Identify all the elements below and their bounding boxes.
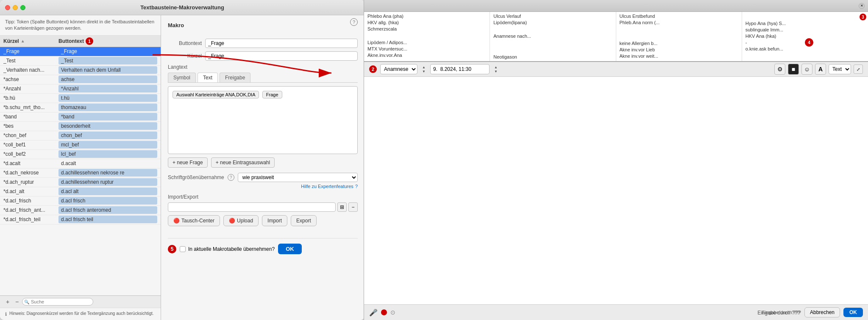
schriftgroesse-help-button[interactable]: ? [228,174,234,181]
patient-cell[interactable]: keine Allergien b... [620,41,738,46]
patient-cell[interactable]: Akne inv.vor Lieb [620,47,738,52]
patient-cell[interactable] [746,14,865,20]
patient-cell[interactable]: Neotigason [493,54,612,59]
export-button[interactable]: Export [291,215,317,226]
settings-icon-btn[interactable]: ⚙ [774,64,785,75]
import-export-row: ⊞ − [168,202,358,212]
tab-text[interactable]: Text [198,73,218,82]
tausch-center-button[interactable]: 🔴 Tausch-Center [168,215,220,226]
patient-cell[interactable]: o.knie.ask befun... [746,46,865,51]
patient-cell[interactable] [493,26,612,32]
stepper-down[interactable]: ▼ [421,69,427,73]
buttontext-input[interactable] [205,39,358,48]
font-icon-btn[interactable]: A [815,64,826,75]
table-row[interactable]: *d.ach_nekrose d.achillessehnen nekrose … [0,168,161,178]
eingabe-text: Eingabe durch ??? [757,310,800,316]
add-row-button[interactable]: + [3,298,12,306]
color-icon-btn[interactable]: ■ [788,64,799,75]
neue-eintragsauswahl-button[interactable]: + neue Eintragsauswahl [211,157,275,168]
chip-frage[interactable]: Frage [262,91,282,98]
badge-1: 1 [86,37,93,45]
help-button[interactable]: ? [350,18,358,26]
expand-button[interactable]: ⤢ [854,65,863,74]
table-row[interactable]: *band *band [0,112,161,122]
checkbox-makrotabelle[interactable] [180,246,186,252]
action-buttons-row: 🔴 Tausch-Center 🔴 Upload Import Export [168,215,358,226]
table-row[interactable]: *coll_bef1 mcl_bef [0,140,161,150]
text-mode-select[interactable]: Text [829,64,851,74]
emoji-icon-btn[interactable]: ☺ [801,64,812,75]
table-row[interactable]: *d.ach_ruptur d.achillessehnen ruptur [0,178,161,187]
overlay-editor[interactable] [364,77,868,304]
patient-cell[interactable]: HKV allg. (hka) [367,20,486,25]
table-row[interactable]: *bes besonderheit [0,122,161,131]
import-export-icon-btn-2[interactable]: − [348,202,358,212]
date-stepper-down[interactable]: ▼ [493,69,499,73]
close-button[interactable] [5,5,10,10]
overlay-close-button[interactable]: ✕ [859,3,865,9]
overlay-ok-button[interactable]: OK [843,308,863,317]
table-row[interactable]: *d.acl_frisch d.acl frisch [0,196,161,206]
patient-cell[interactable]: Akne.inv.vor.Ana [367,53,486,58]
abbrechen-button[interactable]: Abbrechen [804,307,840,317]
table-row[interactable]: _Frage _Frage [0,47,161,56]
remove-row-button[interactable]: − [13,298,21,306]
chip-anamnese[interactable]: Auswahl Karteieinträge ANA,DOK,DIA [172,91,259,98]
buttontext-label: Buttontext [168,40,202,46]
stepper-up[interactable]: ▲ [421,65,427,69]
minimize-button[interactable] [13,5,18,10]
hilfe-link[interactable]: Hilfe zu Expertenfeatures ? [168,184,358,189]
table-row[interactable]: _Verhalten nach... Verhalten nach dem Un… [0,66,161,75]
neue-frage-button[interactable]: + neue Frage [168,157,208,168]
date-input[interactable] [430,64,490,74]
patient-cell[interactable]: Ulcus Erstbefund [620,14,738,19]
patient-cell[interactable]: Lipödem(lipana) [493,20,612,25]
search-input[interactable] [22,298,93,306]
patient-cell[interactable] [493,47,612,53]
category-select[interactable]: Anamnese [380,64,417,74]
patient-cell[interactable] [746,53,865,59]
kurzel-input[interactable] [205,51,358,61]
patient-cell[interactable]: MTX Voruntersuc... [367,46,486,51]
patient-cell[interactable] [620,34,738,39]
checkbox-label: In aktuelle Makrotabelle übernehmen? [188,246,275,252]
table-row[interactable]: *b.hü t.hü [0,94,161,103]
table-row[interactable]: *d.acl_frisch_ant... d.acl frisch antero… [0,206,161,215]
record-button[interactable] [381,309,387,315]
patient-cell[interactable]: Schmerzscala [367,26,486,31]
table-row[interactable]: *chon_bef chon_bef [0,131,161,140]
table-row[interactable]: *coll_bef2 lcl_bef [0,150,161,159]
patient-cell[interactable]: Ulcus Verlauf [493,14,612,19]
kurzel-row: Kürzel [168,51,358,61]
table-row[interactable]: *d.acl_frisch_teil d.acl frisch teil [0,215,161,225]
patient-cell[interactable] [493,40,612,46]
tab-symbol[interactable]: Symbol [168,73,196,82]
patient-cell[interactable]: Lipödem / Adipos... [367,40,486,45]
patient-cell[interactable]: Phleb.Ana norm (... [620,20,738,25]
ok-button[interactable]: OK [278,244,302,254]
patient-cell[interactable]: Anamnese nach... [493,34,612,39]
patient-col-4: 3 Hypo Ana (hya) S... sublinguale Imm...… [742,12,868,61]
date-stepper-up[interactable]: ▲ [493,65,499,69]
import-export-icon-btn-1[interactable]: ⊞ [337,202,347,212]
patient-cell[interactable]: Akne inv.vor weit... [620,53,738,59]
import-export-input[interactable] [168,202,336,212]
table-row[interactable]: *d.acalt d.acalt [0,159,161,168]
schriftgroesse-select[interactable]: wie praxisweit [238,173,358,182]
table-row[interactable]: *b.schu_mrt_tho... thomazeau [0,103,161,112]
maximize-button[interactable] [20,5,25,10]
patient-cell[interactable]: Phlebo Ana (pha) [367,14,486,19]
patient-cell[interactable]: Hypo Ana (hya) S... [746,21,865,26]
patient-cell[interactable] [620,26,738,32]
tab-freigabe[interactable]: Freigabe [220,73,250,82]
patient-cell[interactable]: sublinguale Imm... [746,27,865,32]
upload-button[interactable]: 🔴 Upload [223,215,259,226]
table-row[interactable]: *Anzahl *Anzahl [0,84,161,94]
patient-cell[interactable] [367,33,486,39]
table-row[interactable]: *d.acl_alt d.acl alt [0,187,161,196]
table-row[interactable]: _Test _Test [0,56,161,66]
table-row[interactable]: *achse achse [0,75,161,84]
microphone-button[interactable]: 🎤 [369,309,378,317]
placeholder-button[interactable]: ⊙ [390,309,395,316]
import-button[interactable]: Import [262,215,287,226]
